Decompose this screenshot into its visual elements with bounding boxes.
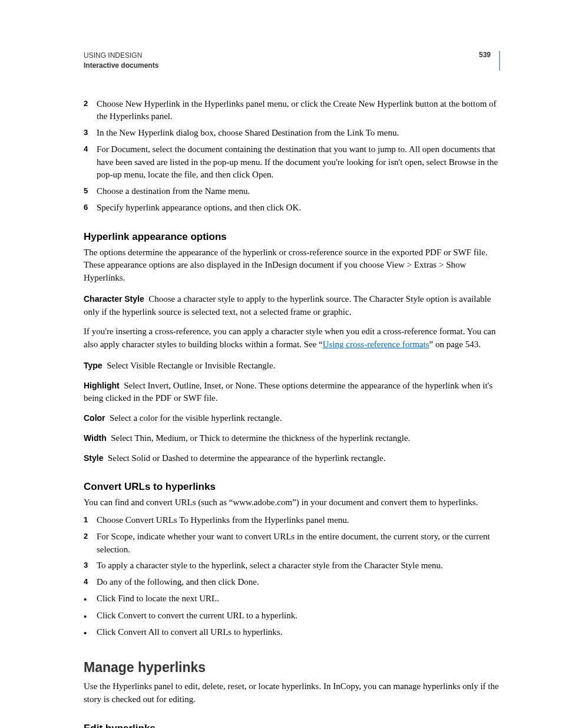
step-text: For Scope, indicate whether your want to… bbox=[97, 531, 500, 556]
heading-manage: Manage hyperlinks bbox=[84, 660, 500, 676]
list-item: 3In the New Hyperlink dialog box, choose… bbox=[84, 127, 500, 140]
list-item: 6Specify hyperlink appearance options, a… bbox=[84, 202, 500, 215]
step-text: For Document, select the document contai… bbox=[97, 143, 500, 182]
def-body: Select Visible Rectangle or Invisible Re… bbox=[107, 361, 275, 370]
def-body: Select a color for the visible hyperlink… bbox=[110, 413, 282, 423]
bullet-icon: • bbox=[84, 592, 97, 606]
term: Width bbox=[84, 433, 107, 443]
step-text: Choose New Hyperlink in the Hyperlinks p… bbox=[97, 98, 500, 124]
def-body: Select Solid or Dashed to determine the … bbox=[108, 453, 385, 463]
step-text: Specify hyperlink appearance options, an… bbox=[97, 202, 500, 215]
step-number: 4 bbox=[84, 143, 97, 182]
term: Character Style bbox=[84, 294, 144, 304]
list-item: 2Choose New Hyperlink in the Hyperlinks … bbox=[84, 98, 500, 124]
def-type: Type Select Visible Rectangle or Invisib… bbox=[84, 360, 500, 373]
step-text: In the New Hyperlink dialog box, choose … bbox=[97, 127, 500, 140]
step-text: Do any of the following, and then click … bbox=[97, 576, 500, 589]
list-item: •Click Convert All to convert all URLs t… bbox=[84, 626, 500, 640]
def-color: Color Select a color for the visible hyp… bbox=[84, 412, 500, 425]
term: Style bbox=[84, 453, 103, 463]
step-text: Choose Convert URLs To Hyperlinks from t… bbox=[97, 514, 500, 527]
heading-appearance: Hyperlink appearance options bbox=[84, 231, 500, 243]
list-item: 2For Scope, indicate whether your want t… bbox=[84, 531, 500, 556]
doc-subtitle: Interactive documents bbox=[84, 61, 158, 71]
def-body: Select Invert, Outline, Inset, or None. … bbox=[84, 381, 492, 403]
steps-top: 2Choose New Hyperlink in the Hyperlinks … bbox=[84, 98, 500, 215]
appearance-intro: The options determine the appearance of … bbox=[84, 246, 500, 285]
heading-convert: Convert URLs to hyperlinks bbox=[84, 481, 500, 493]
list-item: 5Choose a destination from the Name menu… bbox=[84, 185, 500, 198]
xref-paragraph: If you're inserting a cross-reference, y… bbox=[84, 325, 500, 351]
list-item: •Click Find to locate the next URL. bbox=[84, 592, 500, 606]
term: Color bbox=[84, 413, 105, 423]
page-number: 539 bbox=[479, 51, 491, 59]
step-number: 2 bbox=[84, 98, 97, 124]
term: Type bbox=[84, 361, 103, 370]
manage-intro: Use the Hyperlinks panel to edit, delete… bbox=[84, 680, 500, 706]
bullet-text: Click Find to locate the next URL. bbox=[97, 592, 500, 606]
step-number: 3 bbox=[84, 559, 97, 572]
def-style: Style Select Solid or Dashed to determin… bbox=[84, 452, 500, 465]
list-item: 4Do any of the following, and then click… bbox=[84, 576, 500, 589]
def-body: Select Thin, Medium, or Thick to determi… bbox=[111, 433, 410, 443]
step-number: 4 bbox=[84, 576, 97, 589]
term: Highlight bbox=[84, 381, 120, 390]
convert-intro: You can find and convert URLs (such as “… bbox=[84, 496, 500, 509]
step-number: 3 bbox=[84, 127, 97, 140]
step-text: To apply a character style to the hyperl… bbox=[97, 559, 500, 572]
xref-link[interactable]: Using cross-reference formats bbox=[323, 340, 429, 349]
step-number: 5 bbox=[84, 185, 97, 198]
def-width: Width Select Thin, Medium, or Thick to d… bbox=[84, 432, 500, 445]
page-header: USING INDESIGN Interactive documents 539 bbox=[84, 51, 500, 71]
doc-title: USING INDESIGN bbox=[84, 51, 158, 61]
header-left: USING INDESIGN Interactive documents bbox=[84, 51, 158, 71]
bullet-icon: • bbox=[84, 626, 97, 640]
page: USING INDESIGN Interactive documents 539… bbox=[0, 0, 562, 728]
xref-post: ” on page 543. bbox=[429, 340, 481, 349]
step-text: Choose a destination from the Name menu. bbox=[97, 185, 500, 198]
bullets-convert: •Click Find to locate the next URL. •Cli… bbox=[84, 592, 500, 640]
heading-edit: Edit hyperlinks bbox=[84, 723, 500, 728]
def-character-style: Character Style Choose a character style… bbox=[84, 293, 500, 319]
list-item: 4For Document, select the document conta… bbox=[84, 143, 500, 182]
step-number: 6 bbox=[84, 202, 97, 215]
step-number: 2 bbox=[84, 531, 97, 556]
def-body: Choose a character style to apply to the… bbox=[84, 294, 491, 317]
list-item: 3To apply a character style to the hyper… bbox=[84, 559, 500, 572]
bullet-text: Click Convert to convert the current URL… bbox=[97, 610, 500, 623]
bullet-text: Click Convert All to convert all URLs to… bbox=[97, 626, 500, 640]
steps-convert: 1Choose Convert URLs To Hyperlinks from … bbox=[84, 514, 500, 589]
def-highlight: Highlight Select Invert, Outline, Inset,… bbox=[84, 380, 500, 406]
step-number: 1 bbox=[84, 514, 97, 527]
list-item: 1Choose Convert URLs To Hyperlinks from … bbox=[84, 514, 500, 527]
list-item: •Click Convert to convert the current UR… bbox=[84, 610, 500, 623]
bullet-icon: • bbox=[84, 610, 97, 623]
